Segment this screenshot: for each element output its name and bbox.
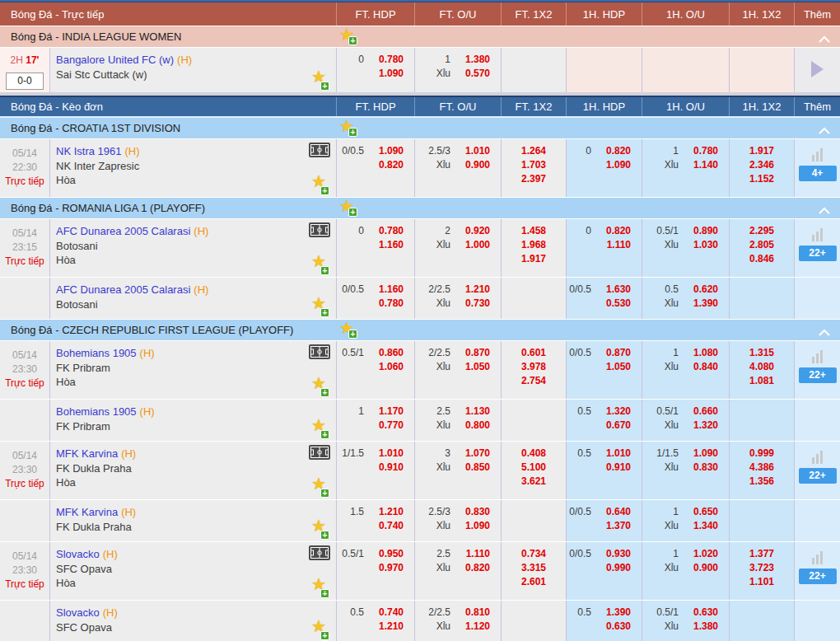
ft-ou-cell[interactable]: 2.5/30.830Xỉu1.090 [414, 500, 501, 541]
more-cell[interactable]: 22+ [794, 542, 840, 600]
odds-value[interactable]: 0.830 [679, 461, 729, 475]
odds-value[interactable]: 1.090 [591, 158, 642, 172]
star-plus-icon[interactable] [311, 480, 329, 497]
odds-value[interactable]: 2.754 [502, 374, 566, 388]
ft-1x2-cell[interactable]: 0.7343.3152.601 [501, 542, 566, 600]
column-header-1h-1x2[interactable]: 1H. 1X2 [729, 97, 794, 116]
1h-ou-cell[interactable]: 0.5/10.890Xỉu1.030 [642, 219, 729, 277]
odds-value[interactable]: 1.110 [591, 238, 642, 252]
1h-1x2-cell[interactable] [729, 48, 794, 92]
home-team[interactable]: AFC Dunarea 2005 Calarasi [56, 225, 190, 237]
odds-value[interactable]: 0.810 [450, 606, 501, 620]
home-team[interactable]: MFK Karvina [56, 447, 118, 460]
home-team[interactable]: Bohemians 1905 [56, 405, 137, 418]
odds-value[interactable]: 0.620 [679, 283, 729, 297]
odds-value[interactable]: 1.703 [502, 158, 566, 172]
star-plus-icon[interactable] [311, 380, 329, 396]
1h-1x2-cell[interactable] [729, 601, 794, 641]
away-team[interactable]: SFC Opava [56, 562, 336, 577]
odds-value[interactable]: 0.670 [591, 419, 642, 433]
odds-value[interactable]: 0.990 [591, 561, 642, 575]
ft-1x2-cell[interactable] [501, 601, 566, 641]
star-plus-icon[interactable] [311, 300, 329, 316]
1h-hdp-cell[interactable] [566, 48, 642, 92]
odds-value[interactable]: 1.152 [730, 172, 794, 186]
1h-ou-cell[interactable]: 0.5/10.660Xỉu1.320 [642, 400, 729, 441]
1h-1x2-cell[interactable]: 0.9994.3861.356 [729, 442, 794, 499]
chevron-up-icon[interactable] [819, 33, 830, 45]
more-cell[interactable] [794, 400, 840, 441]
odds-value[interactable]: 1.320 [591, 405, 642, 419]
odds-value[interactable]: 0.890 [679, 224, 729, 238]
odds-value[interactable]: 1.320 [679, 419, 729, 433]
odds-value[interactable]: 0.860 [364, 346, 414, 360]
column-header-ft-hdp[interactable]: FT. HDP [336, 97, 414, 116]
odds-value[interactable]: 0.630 [591, 620, 642, 634]
odds-value[interactable]: 0.920 [450, 224, 501, 238]
odds-value[interactable]: 1.380 [450, 53, 501, 67]
1h-hdp-cell[interactable]: 0/0.51.6300.530 [566, 278, 642, 319]
odds-value[interactable]: 4.080 [730, 360, 794, 374]
odds-value[interactable]: 0.850 [450, 461, 501, 475]
pitch-icon[interactable] [309, 143, 330, 161]
odds-value[interactable]: 0.900 [450, 158, 501, 172]
odds-value[interactable]: 2.601 [502, 575, 566, 589]
odds-value[interactable]: 1.917 [502, 252, 566, 266]
1h-1x2-cell[interactable]: 1.9172.3461.152 [729, 139, 794, 197]
odds-value[interactable]: 3.315 [502, 561, 566, 575]
odds-value[interactable]: 1.340 [679, 519, 729, 533]
odds-value[interactable]: 0.730 [450, 297, 501, 311]
odds-value[interactable]: 0.650 [679, 505, 729, 519]
ft-hdp-cell[interactable]: 0.5/10.8601.060 [336, 341, 414, 399]
away-team[interactable]: Botosani [56, 239, 336, 254]
away-team[interactable]: Sai Stc Cuttack (w) [56, 68, 336, 82]
odds-value[interactable]: 0.950 [364, 547, 414, 561]
column-header-ft-o-u[interactable]: FT. O/U [414, 2, 501, 26]
more-count-badge[interactable]: 22+ [799, 468, 837, 484]
odds-value[interactable]: 2.397 [502, 172, 566, 186]
odds-value[interactable]: 2.346 [730, 158, 794, 172]
1h-hdp-cell[interactable]: 0.51.0100.910 [566, 442, 642, 499]
odds-value[interactable]: 0.820 [364, 158, 414, 172]
odds-value[interactable]: 0.408 [502, 447, 566, 461]
odds-value[interactable]: 3.723 [730, 561, 794, 575]
1h-ou-cell[interactable]: 0.5/10.630Xỉu1.380 [642, 601, 729, 641]
away-team[interactable]: SFC Opava [56, 620, 336, 635]
ft-ou-cell[interactable]: 2.51.130Xỉu0.800 [414, 400, 501, 441]
more-cell[interactable]: 22+ [794, 219, 840, 277]
1h-hdp-cell[interactable]: 0/0.50.8701.050 [566, 341, 642, 399]
column-header-1h-o-u[interactable]: 1H. O/U [642, 2, 729, 26]
ft-ou-cell[interactable]: 2.51.110Xỉu0.820 [414, 542, 501, 600]
1h-hdp-cell[interactable]: 0/0.50.6401.370 [566, 500, 642, 541]
column-header-th-m[interactable]: Thêm [794, 97, 840, 116]
star-plus-icon[interactable] [311, 581, 329, 597]
ft-1x2-cell[interactable] [501, 278, 566, 319]
star-plus-icon[interactable] [311, 258, 329, 274]
odds-value[interactable]: 1.090 [450, 519, 501, 533]
1h-hdp-cell[interactable]: 0.51.3900.630 [566, 601, 642, 641]
star-plus-icon[interactable] [311, 422, 329, 438]
ft-ou-cell[interactable]: 2/2.50.810Xỉu1.120 [414, 601, 501, 641]
ft-1x2-cell[interactable] [501, 48, 566, 92]
1h-1x2-cell[interactable]: 2.2952.8050.846 [729, 219, 794, 277]
column-header-th-m[interactable]: Thêm [794, 2, 840, 26]
ft-ou-cell[interactable]: 2/2.50.870Xỉu1.050 [414, 341, 501, 399]
home-team[interactable]: Slovacko [56, 606, 100, 619]
odds-value[interactable]: 1.160 [364, 238, 414, 252]
odds-value[interactable]: 0.780 [679, 144, 729, 158]
odds-value[interactable]: 0.840 [679, 360, 729, 374]
more-cell[interactable]: 22+ [794, 341, 840, 399]
odds-value[interactable]: 0.930 [591, 547, 642, 561]
odds-value[interactable]: 5.100 [502, 461, 566, 475]
star-plus-icon[interactable] [339, 119, 357, 136]
odds-value[interactable]: 0.530 [591, 297, 642, 311]
pitch-icon[interactable] [309, 344, 330, 363]
away-team[interactable]: FK Pribram [56, 419, 336, 434]
ft-ou-cell[interactable]: 20.920Xỉu1.000 [414, 219, 501, 277]
more-cell[interactable]: 22+ [794, 442, 840, 499]
odds-value[interactable]: 3.978 [502, 360, 566, 374]
more-cell[interactable] [794, 278, 840, 319]
odds-value[interactable]: 0.780 [364, 224, 414, 238]
column-header-1h-1x2[interactable]: 1H. 1X2 [729, 2, 794, 26]
league-row[interactable]: Bóng Đá - INDIA LEAGUE WOMEN [0, 26, 840, 47]
